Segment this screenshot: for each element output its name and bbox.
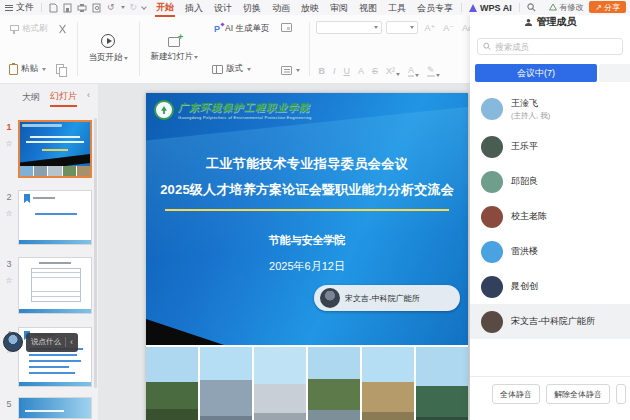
- member-row[interactable]: 晁创创: [470, 269, 630, 304]
- slide-number: 1: [6, 122, 11, 132]
- superscript-button[interactable]: X²: [384, 66, 402, 76]
- menu-tab-tools[interactable]: 工具: [387, 0, 407, 16]
- slide-department[interactable]: 节能与安全学院: [146, 233, 468, 248]
- wps-ai-logo-icon: [469, 4, 477, 12]
- play-icon: [101, 34, 115, 48]
- thumbnail-image[interactable]: [18, 120, 92, 178]
- menu-tab-member[interactable]: 会员专享: [416, 0, 454, 16]
- tab-exited[interactable]: [599, 64, 630, 82]
- menubar: 文件 ↺ ↻ 开始 插入 设计 切换 动画 放映 审阅 视图 工具 会员专享: [0, 0, 630, 15]
- italic-button[interactable]: I: [331, 66, 338, 76]
- undo-button[interactable]: ↺: [107, 3, 115, 12]
- font-family-select[interactable]: [316, 21, 382, 34]
- play-from-current-button[interactable]: 当页开始: [84, 20, 133, 78]
- menu-tab-design[interactable]: 设计: [213, 0, 233, 16]
- campus-photo: [416, 347, 468, 420]
- tab-slides[interactable]: 幻灯片: [50, 90, 77, 107]
- new-file-icon[interactable]: [49, 3, 58, 13]
- campus-photo: [200, 347, 252, 420]
- thumbnail-image[interactable]: [18, 190, 92, 245]
- slide-editor[interactable]: 广东环境保护工程职业学院 Guangdong Polytechnic of En…: [146, 93, 468, 420]
- clipboard-icon: [9, 64, 18, 75]
- meeting-voice-bar: 说点什么 ‹: [3, 332, 78, 352]
- search-icon: [483, 42, 491, 51]
- more-commands-icon[interactable]: [141, 4, 147, 10]
- bold-button[interactable]: B: [316, 66, 327, 76]
- member-avatar: [481, 206, 503, 228]
- mute-all-button[interactable]: 全体静音: [492, 384, 540, 404]
- paste-button[interactable]: 粘贴: [6, 61, 49, 77]
- member-row[interactable]: 王淦飞 (主持人, 我): [470, 89, 630, 129]
- document-status[interactable]: 有修改: [549, 2, 583, 13]
- voice-bar-avatar[interactable]: [3, 332, 23, 352]
- tab-in-meeting[interactable]: 会议中(7): [475, 64, 597, 82]
- file-menu-button[interactable]: 文件: [5, 1, 34, 14]
- slide-date[interactable]: 2025年6月12日: [146, 259, 468, 274]
- menu-tab-insert[interactable]: 插入: [184, 0, 204, 16]
- redo-button[interactable]: ↻: [130, 3, 138, 12]
- member-list: 王淦飞 (主持人, 我) 王乐平 邱韶良 校主老陈 雷洪楼: [470, 89, 630, 339]
- slide-title-line2[interactable]: 2025级人才培养方案论证会暨职业能力分析交流会: [146, 181, 468, 199]
- decrease-font-button[interactable]: A⁻: [441, 23, 456, 33]
- ai-generate-button[interactable]: P AI 生成单页: [209, 21, 272, 37]
- share-button[interactable]: ↗ 分享: [589, 1, 626, 13]
- slide-thumbnail-1[interactable]: 1 ☆: [0, 120, 98, 178]
- member-row[interactable]: 王乐平: [470, 129, 630, 164]
- layout-button[interactable]: 版式: [209, 61, 272, 77]
- slide-thumbnail-2[interactable]: 2 ☆: [0, 190, 98, 245]
- collapse-panel-icon[interactable]: ‹: [87, 90, 90, 100]
- section-button[interactable]: [278, 64, 303, 77]
- format-painter-button[interactable]: 格式刷: [6, 21, 51, 37]
- new-slide-button[interactable]: 新建幻灯片: [146, 20, 204, 78]
- menu-tab-slideshow[interactable]: 放映: [300, 0, 320, 16]
- menu-tab-view[interactable]: 视图: [358, 0, 378, 16]
- preview-icon[interactable]: [92, 3, 102, 13]
- highlight-color-button[interactable]: ✎: [425, 65, 442, 77]
- unmute-all-button[interactable]: 解除全体静音: [546, 384, 610, 404]
- cut-button[interactable]: [55, 21, 71, 37]
- sidebar-scrollbar[interactable]: [94, 118, 97, 388]
- meeting-members-panel: 管理成员 会议中(7) 王淦飞 (主持人, 我) 王乐平: [470, 10, 630, 420]
- copy-button[interactable]: [53, 61, 69, 77]
- font-color-button[interactable]: A: [406, 65, 421, 77]
- collapse-bar-icon[interactable]: ‹: [70, 338, 73, 347]
- slide-title-line1[interactable]: 工业节能技术专业指导委员会会议: [146, 155, 468, 173]
- menu-tab-wps-ai[interactable]: WPS AI: [469, 3, 512, 13]
- tab-outline[interactable]: 大纲: [22, 91, 40, 106]
- members-icon: [524, 18, 533, 27]
- star-icon: ☆: [5, 210, 12, 218]
- member-search-box[interactable]: [477, 38, 623, 55]
- member-search-input[interactable]: [495, 42, 617, 52]
- member-row[interactable]: 校主老陈: [470, 199, 630, 234]
- thumbnail-image[interactable]: [18, 257, 92, 314]
- search-icon[interactable]: [527, 3, 536, 12]
- member-row[interactable]: 宋文吉-中科院广能所: [470, 304, 630, 339]
- strikethrough-button[interactable]: S: [370, 66, 380, 76]
- member-role: (主持人, 我): [511, 111, 550, 121]
- slide-thumbnail-5[interactable]: 5: [0, 397, 98, 419]
- save-icon[interactable]: [63, 3, 72, 13]
- speaker-overlay[interactable]: 宋文吉-中科院广能所: [314, 285, 460, 311]
- selection-pane-button[interactable]: [278, 21, 303, 34]
- menu-tab-transition[interactable]: 切换: [242, 0, 262, 16]
- text-shadow-button[interactable]: A: [356, 66, 366, 76]
- school-logo-block[interactable]: 广东环境保护工程职业学院 Guangdong Polytechnic of En…: [154, 100, 311, 120]
- member-avatar: [481, 171, 503, 193]
- slide-thumbnail-panel: 大纲 幻灯片 ‹ 1 ☆ 2 ☆: [0, 84, 98, 420]
- increase-font-button[interactable]: A⁺: [422, 23, 437, 33]
- menu-tab-animation[interactable]: 动画: [271, 0, 291, 16]
- underline-button[interactable]: U: [341, 66, 352, 76]
- member-row[interactable]: 邱韶良: [470, 164, 630, 199]
- menu-tab-home[interactable]: 开始: [155, 0, 175, 17]
- voice-chat-input[interactable]: 说点什么 ‹: [26, 333, 78, 352]
- thumbnail-image[interactable]: [18, 397, 92, 419]
- member-avatar: [481, 98, 503, 120]
- file-menu-label: 文件: [16, 1, 34, 14]
- undo-dropdown-icon[interactable]: [121, 6, 125, 9]
- member-row[interactable]: 雷洪楼: [470, 234, 630, 269]
- print-icon[interactable]: [77, 3, 87, 13]
- slide-thumbnail-3[interactable]: 3 ☆: [0, 257, 98, 314]
- font-size-select[interactable]: [386, 21, 418, 34]
- more-action-button[interactable]: [616, 384, 626, 404]
- menu-tab-review[interactable]: 审阅: [329, 0, 349, 16]
